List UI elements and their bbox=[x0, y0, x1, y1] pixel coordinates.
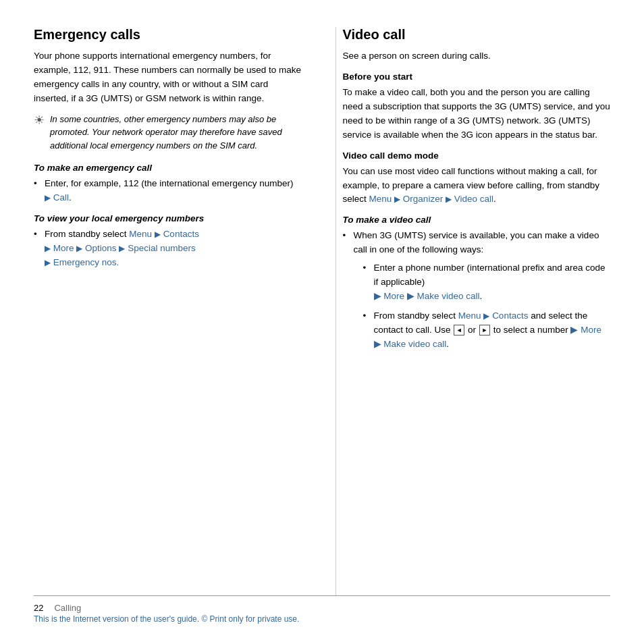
make-video-list: When 3G (UMTS) service is available, you… bbox=[343, 229, 611, 351]
video-intro: See a person on screen during calls. bbox=[343, 49, 611, 63]
demo-menu2: Organizer bbox=[403, 194, 443, 204]
view-menu2: Contacts bbox=[163, 229, 199, 239]
make-emergency-list: Enter, for example, 112 (the internation… bbox=[34, 177, 302, 205]
demo-menu3: Video call bbox=[454, 194, 493, 204]
sub-text-1: Enter a phone number (international pref… bbox=[374, 263, 606, 287]
view-menu6: Emergency nos. bbox=[53, 257, 119, 267]
demo-mode-text: You can use most video call functions wi… bbox=[343, 165, 611, 207]
view-menu4: Options bbox=[85, 243, 117, 253]
emergency-calls-title: Emergency calls bbox=[34, 27, 302, 43]
content-area: Emergency calls Your phone supports inte… bbox=[34, 27, 610, 595]
view-menu5: Special numbers bbox=[128, 243, 196, 253]
sub-item-2: From standby select Menu ▶ Contacts and … bbox=[363, 309, 611, 352]
view-arrow1: ▶ bbox=[155, 230, 161, 239]
sub-arrow2: ▶ bbox=[483, 311, 489, 321]
nav-right-icon: ► bbox=[479, 325, 490, 336]
left-column: Emergency calls Your phone supports inte… bbox=[34, 27, 308, 595]
demo-arrow1: ▶ bbox=[394, 194, 400, 204]
sub-or: or bbox=[468, 325, 476, 335]
make-emergency-text: Enter, for example, 112 (the internation… bbox=[45, 178, 293, 188]
make-video-heading: To make a video call bbox=[343, 215, 611, 225]
view-menu3: More bbox=[53, 243, 74, 253]
view-emergency-heading: To view your local emergency numbers bbox=[34, 213, 302, 223]
tip-icon: ☀ bbox=[34, 113, 45, 128]
tip-text: In some countries, other emergency numbe… bbox=[50, 113, 302, 153]
footer: 22 Calling This is the Internet version … bbox=[34, 595, 610, 624]
sub-menu1: ▶ More ▶ Make video call bbox=[374, 291, 480, 301]
call-arrow: ▶ bbox=[45, 193, 51, 203]
make-video-item: When 3G (UMTS) service is available, you… bbox=[343, 229, 611, 351]
sub-text-3: to select a number bbox=[493, 325, 568, 335]
view-emergency-item: From standby select Menu ▶ Contacts ▶ Mo… bbox=[34, 227, 302, 270]
make-emergency-heading: To make an emergency call bbox=[34, 163, 302, 173]
view-arrow2: ▶ bbox=[45, 244, 51, 253]
demo-menu1: Menu bbox=[369, 194, 392, 204]
tip-box: ☀ In some countries, other emergency num… bbox=[34, 113, 302, 153]
page-container: Emergency calls Your phone supports inte… bbox=[0, 0, 644, 644]
before-start-text: To make a video call, both you and the p… bbox=[343, 86, 611, 142]
make-emergency-item: Enter, for example, 112 (the internation… bbox=[34, 177, 302, 205]
view-arrow5: ▶ bbox=[45, 258, 51, 267]
footer-section: Calling bbox=[54, 603, 81, 613]
sub-menu2: Menu bbox=[458, 311, 481, 321]
sub-menu3: Contacts bbox=[492, 311, 528, 321]
before-start-heading: Before you start bbox=[343, 72, 611, 82]
right-column: Video call See a person on screen during… bbox=[336, 27, 611, 595]
view-arrow4: ▶ bbox=[119, 244, 125, 253]
view-arrow3: ▶ bbox=[76, 244, 82, 253]
view-menu1: Menu bbox=[129, 229, 152, 239]
video-call-title: Video call bbox=[343, 27, 611, 43]
sub-prefix-2: From standby select bbox=[374, 311, 456, 321]
view-emergency-prefix: From standby select bbox=[45, 229, 127, 239]
make-video-text: When 3G (UMTS) service is available, you… bbox=[354, 230, 599, 254]
demo-arrow2: ▶ bbox=[446, 194, 452, 204]
footer-disclaimer: This is the Internet version of the user… bbox=[34, 614, 610, 624]
view-emergency-list: From standby select Menu ▶ Contacts ▶ Mo… bbox=[34, 227, 302, 270]
page-number: 22 bbox=[34, 603, 43, 613]
call-link: Call bbox=[53, 192, 69, 203]
nav-left-icon: ◄ bbox=[454, 325, 464, 336]
make-video-subitems: Enter a phone number (international pref… bbox=[354, 261, 611, 352]
emergency-intro: Your phone supports international emerge… bbox=[34, 49, 302, 106]
sub-item-1: Enter a phone number (international pref… bbox=[363, 261, 611, 304]
demo-mode-heading: Video call demo mode bbox=[343, 151, 611, 161]
